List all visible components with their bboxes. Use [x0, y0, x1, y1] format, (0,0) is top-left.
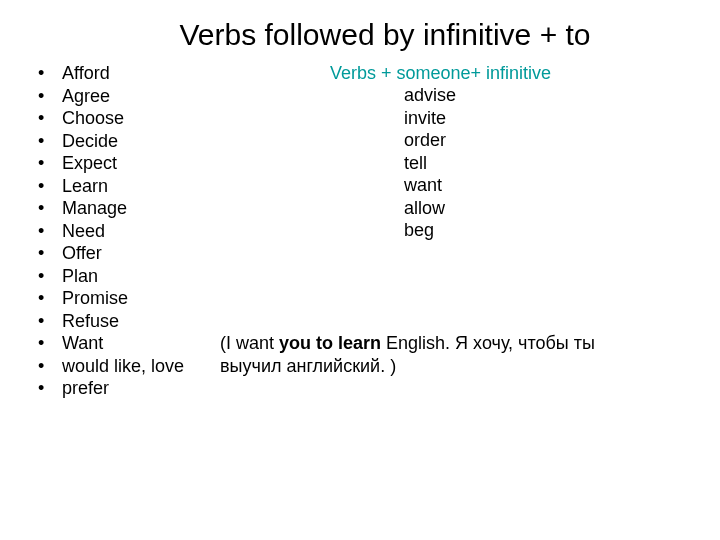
verb-text: want [404, 174, 456, 197]
bullet-icon: • [38, 310, 62, 333]
bullet-icon: • [38, 242, 62, 265]
bullet-icon: • [38, 355, 62, 378]
verb-text: tell [404, 152, 456, 175]
list-item: •Need [38, 220, 238, 243]
list-item: •Plan [38, 265, 238, 288]
verb-text: advise [404, 84, 456, 107]
list-item: •Promise [38, 287, 238, 310]
right-column-heading: Verbs + someone+ infinitive [330, 62, 551, 85]
verb-text: Promise [62, 287, 128, 310]
verb-text: Need [62, 220, 105, 243]
list-item: •Agree [38, 85, 238, 108]
right-verb-list: advise invite order tell want allow beg [404, 84, 456, 242]
list-item: •Refuse [38, 310, 238, 333]
bullet-icon: • [38, 175, 62, 198]
bullet-icon: • [38, 287, 62, 310]
list-item: •would like, love [38, 355, 238, 378]
verb-text: Expect [62, 152, 117, 175]
verb-text: Plan [62, 265, 98, 288]
verb-text: allow [404, 197, 456, 220]
bullet-icon: • [38, 85, 62, 108]
list-item: •Afford [38, 62, 238, 85]
list-item: • prefer [38, 377, 238, 400]
verb-text: would like, love [62, 355, 184, 378]
bullet-icon: • [38, 220, 62, 243]
list-item: •Manage [38, 197, 238, 220]
verb-text: Manage [62, 197, 127, 220]
list-item: •Decide [38, 130, 238, 153]
example-sentence: (I want you to learn English. Я хочу, чт… [220, 332, 660, 377]
list-item: •Learn [38, 175, 238, 198]
bullet-icon: • [38, 152, 62, 175]
verb-text: prefer [62, 377, 109, 400]
verb-text: invite [404, 107, 456, 130]
verb-text: beg [404, 219, 456, 242]
bullet-icon: • [38, 107, 62, 130]
bullet-icon: • [38, 62, 62, 85]
bullet-icon: • [38, 377, 62, 400]
list-item: •Choose [38, 107, 238, 130]
verb-text: Offer [62, 242, 102, 265]
verb-text: Learn [62, 175, 108, 198]
bullet-icon: • [38, 265, 62, 288]
list-item: •Expect [38, 152, 238, 175]
verb-text: Choose [62, 107, 124, 130]
bullet-icon: • [38, 332, 62, 355]
verb-text: Want [62, 332, 103, 355]
bullet-icon: • [38, 130, 62, 153]
verb-text: order [404, 129, 456, 152]
slide-title: Verbs followed by infinitive + to [0, 18, 720, 52]
verb-text: Afford [62, 62, 110, 85]
verb-text: Refuse [62, 310, 119, 333]
example-open: (I want [220, 333, 279, 353]
list-item: •Want [38, 332, 238, 355]
list-item: •Offer [38, 242, 238, 265]
verb-text: Agree [62, 85, 110, 108]
bullet-icon: • [38, 197, 62, 220]
left-verb-list: •Afford •Agree •Choose •Decide •Expect •… [38, 62, 238, 400]
verb-text: Decide [62, 130, 118, 153]
example-bold: you to learn [279, 333, 381, 353]
